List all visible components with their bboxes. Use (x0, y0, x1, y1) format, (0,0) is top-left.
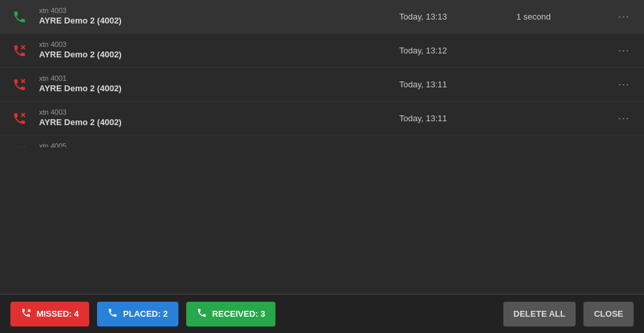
received-label: RECEIVED: 3 (212, 309, 266, 319)
main-container: xtn 4003 AYRE Demo 2 (4002) Today, 13:13… (0, 0, 644, 333)
call-xtn: xtn 4003 (39, 7, 399, 15)
call-time: Today, 13:13 (399, 12, 516, 22)
call-time: Today, 13:12 (399, 46, 516, 55)
call-duration: 1 second (516, 12, 614, 22)
missed-label: MISSED: 4 (36, 309, 79, 319)
placed-filter-button[interactable]: PLACED: 2 (97, 302, 178, 326)
table-row: xtn 4003 AYRE Demo 2 (4002) Today, 13:12… (0, 34, 644, 68)
call-name: AYRE Demo 2 (4002) (39, 50, 399, 61)
call-time: Today, 13:11 (399, 113, 516, 123)
call-xtn: xtn 4003 (39, 108, 399, 117)
received-filter-button[interactable]: RECEIVED: 3 (186, 302, 276, 326)
call-menu-button[interactable]: ··· (614, 78, 634, 91)
call-name: AYRE Demo 2 (4002) (39, 117, 399, 128)
call-info: xtn 4003 AYRE Demo 2 (4002) (39, 40, 399, 60)
close-button[interactable]: CLOSE (583, 302, 634, 326)
missed-filter-button[interactable]: MISSED: 4 (10, 302, 89, 326)
received-phone-icon (197, 308, 207, 320)
missed-phone-icon (10, 42, 29, 60)
missed-phone-icon (10, 109, 29, 128)
footer: MISSED: 4 PLACED: 2 RECEIVED: 3 DELETE A… (0, 294, 644, 333)
received-phone-icon (10, 8, 29, 26)
table-row: xtn 4003 AYRE Demo 2 (4002) Today, 13:13… (0, 0, 644, 34)
delete-all-label: DELETE ALL (514, 309, 566, 319)
call-info: xtn 4005 AYRE Demo 2 (4002) (39, 142, 399, 147)
missed-phone-icon (10, 76, 29, 94)
call-list: xtn 4003 AYRE Demo 2 (4002) Today, 13:13… (0, 0, 644, 147)
empty-area (0, 147, 644, 295)
call-xtn: xtn 4001 (39, 74, 399, 83)
call-menu-button[interactable]: ··· (614, 10, 634, 23)
call-icon-area (10, 42, 39, 60)
placed-label: PLACED: 2 (123, 309, 168, 319)
call-name: AYRE Demo 2 (4002) (39, 83, 399, 94)
placed-phone-icon (107, 308, 118, 320)
call-xtn: xtn 4003 (39, 40, 399, 49)
call-time: Today, 13:11 (399, 80, 516, 89)
call-menu-button[interactable]: ··· (614, 44, 634, 57)
call-xtn: xtn 4005 (39, 142, 399, 147)
call-info: xtn 4003 AYRE Demo 2 (4002) (39, 108, 399, 128)
call-info: xtn 4003 AYRE Demo 2 (4002) (39, 7, 399, 26)
delete-all-button[interactable]: DELETE ALL (503, 302, 576, 326)
table-row: xtn 4005 AYRE Demo 2 (4002) Today, 13:11… (0, 136, 644, 147)
table-row: xtn 4003 AYRE Demo 2 (4002) Today, 13:11… (0, 102, 644, 136)
call-icon-area (10, 109, 39, 128)
close-label: CLOSE (594, 309, 623, 319)
call-menu-button[interactable]: ··· (614, 111, 634, 125)
call-icon-area (10, 76, 39, 94)
missed-phone-icon (21, 308, 31, 320)
table-row: xtn 4001 AYRE Demo 2 (4002) Today, 13:11… (0, 68, 644, 102)
call-name: AYRE Demo 2 (4002) (39, 16, 399, 27)
call-icon-area (10, 8, 39, 26)
call-info: xtn 4001 AYRE Demo 2 (4002) (39, 74, 399, 94)
